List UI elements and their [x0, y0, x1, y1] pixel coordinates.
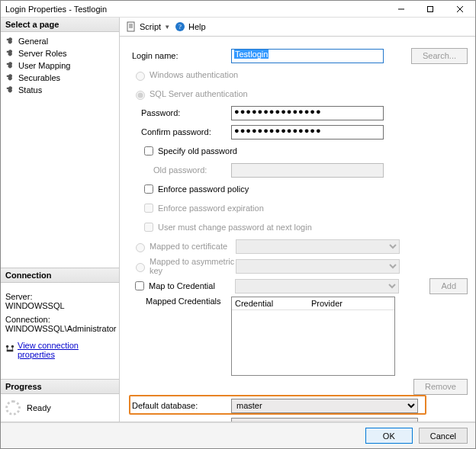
old-password-label: Old password: [153, 165, 231, 175]
minimize-button[interactable] [387, 2, 416, 17]
svg-point-4 [6, 345, 8, 348]
select-page-header: Select a page [1, 18, 119, 32]
nav-label: Status [18, 85, 42, 95]
nav-label: General [18, 37, 48, 46]
wrench-icon [5, 73, 14, 82]
must-change-label: User must change password at next login [158, 223, 312, 232]
wrench-icon [5, 85, 14, 95]
default-database-label: Default database: [132, 401, 231, 410]
nav-label: Server Roles [18, 49, 67, 58]
sql-auth-label: SQL Server authentication [150, 89, 248, 98]
connection-body: Server: WINDOWSSQL Connection: WINDOWSSQ… [1, 283, 119, 364]
confirm-password-input[interactable]: ●●●●●●●●●●●●●●● [231, 125, 384, 140]
script-button[interactable]: Script ▼ [126, 21, 170, 32]
view-connection-link[interactable]: View connection properties [18, 341, 114, 359]
confirm-password-label: Confirm password: [141, 127, 231, 136]
progress-header: Progress [1, 379, 119, 394]
map-credential-checkbox[interactable] [135, 281, 144, 290]
toolbar: Script ▼ ? Help [120, 18, 475, 37]
chevron-down-icon: ▼ [164, 24, 170, 30]
enforce-policy-checkbox[interactable] [144, 184, 153, 194]
nav-label: Securables [18, 73, 60, 82]
windows-auth-radio [136, 72, 145, 81]
right-panel: Script ▼ ? Help Login name: Testlogin Se… [120, 18, 475, 422]
login-name-label: Login name: [132, 51, 231, 60]
nav-user-mapping[interactable]: User Mapping [1, 59, 119, 72]
svg-text:?: ? [178, 23, 182, 30]
enforce-policy-label: Enforce password policy [158, 184, 249, 194]
connection-value: WINDOWSSQL\Administrator [5, 324, 114, 333]
nav-status[interactable]: Status [1, 84, 119, 96]
nav-server-roles[interactable]: Server Roles [1, 47, 119, 59]
mapped-credentials-list[interactable]: Credential Provider [231, 297, 395, 376]
titlebar: Login Properties - Testlogin [1, 1, 475, 18]
windows-auth-label: Windows authentication [150, 70, 238, 79]
connection-header: Connection [1, 268, 119, 283]
close-button[interactable] [445, 2, 475, 17]
default-language-combo[interactable]: English - us_english [231, 418, 418, 422]
specify-old-password-label: Specify old password [158, 146, 237, 156]
svg-rect-1 [428, 6, 433, 11]
nav-general[interactable]: General [1, 35, 119, 47]
svg-rect-6 [7, 350, 14, 352]
provider-col-header: Provider [308, 297, 394, 309]
nav-securables[interactable]: Securables [1, 72, 119, 84]
ok-button[interactable]: OK [365, 428, 413, 444]
help-icon: ? [175, 21, 185, 32]
enforce-expiration-checkbox [144, 204, 153, 213]
server-value: WINDOWSSQL [5, 301, 114, 310]
sql-auth-radio [136, 91, 145, 100]
map-credential-combo [235, 279, 399, 293]
left-panel: Select a page General Server Roles User … [1, 18, 120, 422]
maximize-button[interactable] [416, 2, 445, 17]
window-title: Login Properties - Testlogin [5, 5, 387, 14]
page-nav: General Server Roles User Mapping Secura… [1, 32, 119, 99]
footer: OK Cancel [1, 422, 475, 448]
credential-col-header: Credential [232, 297, 308, 309]
window: Login Properties - Testlogin Select a pa… [0, 0, 476, 449]
mapped-cert-label: Mapped to certificate [150, 242, 236, 251]
mapped-cert-combo [236, 239, 400, 254]
default-language-label: Default language: [132, 420, 231, 422]
login-name-input[interactable]: Testlogin [231, 49, 384, 63]
network-icon [5, 344, 14, 353]
default-database-combo[interactable]: master [231, 399, 418, 413]
wrench-icon [5, 37, 14, 46]
form: Login name: Testlogin Search... Windows … [120, 37, 475, 422]
password-label: Password: [141, 108, 231, 117]
password-input[interactable]: ●●●●●●●●●●●●●●● [231, 106, 384, 120]
main: Select a page General Server Roles User … [1, 18, 475, 422]
wrench-icon [5, 61, 14, 70]
cancel-button[interactable]: Cancel [419, 428, 468, 444]
mapped-asym-radio [136, 263, 145, 272]
help-button[interactable]: ? Help [175, 21, 206, 32]
progress-status: Ready [27, 403, 51, 412]
remove-button: Remove [413, 379, 468, 395]
progress-body: Ready [1, 394, 119, 422]
mapped-cert-radio [136, 243, 145, 252]
mapped-asym-combo [236, 259, 400, 274]
map-credential-label: Map to Credential [149, 281, 235, 290]
help-label: Help [188, 22, 206, 31]
enforce-expiration-label: Enforce password expiration [158, 204, 264, 213]
script-label: Script [140, 22, 161, 31]
add-button: Add [429, 278, 468, 294]
progress-ring-icon [5, 400, 21, 415]
server-label: Server: [5, 292, 114, 301]
wrench-icon [5, 49, 14, 58]
old-password-input [231, 163, 384, 178]
connection-label: Connection: [5, 315, 114, 324]
svg-rect-9 [127, 22, 134, 31]
specify-old-password-checkbox[interactable] [144, 146, 153, 156]
svg-point-5 [11, 345, 14, 348]
mapped-credentials-label: Mapped Credentials [146, 297, 231, 306]
mapped-asym-label: Mapped to asymmetric key [150, 257, 236, 275]
nav-label: User Mapping [18, 61, 70, 70]
search-button: Search... [411, 48, 468, 64]
must-change-checkbox [144, 223, 153, 232]
script-icon [126, 21, 137, 32]
